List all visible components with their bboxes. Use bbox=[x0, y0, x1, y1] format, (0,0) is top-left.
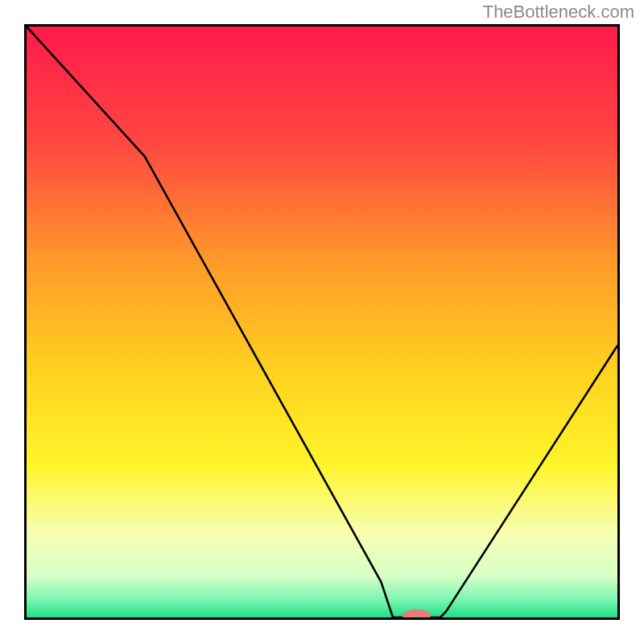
chart-container: TheBottleneck.com bbox=[0, 0, 644, 644]
watermark-text: TheBottleneck.com bbox=[483, 2, 634, 23]
chart-svg bbox=[27, 27, 617, 617]
gradient-background bbox=[27, 27, 617, 617]
plot-area bbox=[24, 24, 620, 620]
